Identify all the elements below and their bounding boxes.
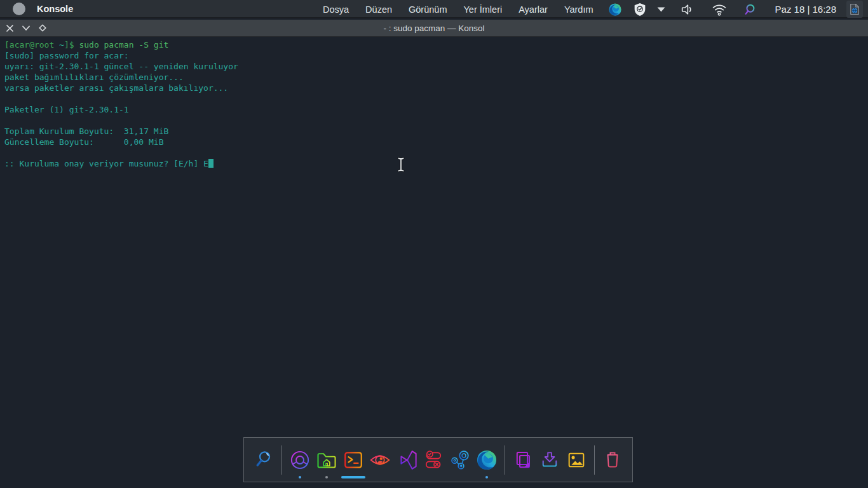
diamond-icon: [38, 24, 47, 32]
dock-eye-image-viewer[interactable]: [368, 440, 392, 480]
terminal-line: [acar@root ~]$ sudo pacman -S git: [4, 40, 168, 50]
close-icon: [6, 24, 14, 32]
focused-app: Konsole: [13, 3, 73, 15]
folder-home-icon: [315, 449, 338, 471]
shield-check-tray-icon[interactable]: [634, 0, 646, 18]
volume-icon: [680, 3, 694, 17]
volume-tray-icon[interactable]: [680, 0, 694, 18]
shade-window-button[interactable]: [21, 23, 31, 33]
running-indicator-dot: [325, 476, 328, 478]
tray-expander[interactable]: [656, 0, 666, 18]
terminal-line: varsa paketler arası çakışmalara bakılıy…: [4, 83, 228, 93]
search-magnifier-icon: [743, 3, 756, 16]
dock-panel: [243, 437, 633, 482]
dock-file-manager[interactable]: [315, 440, 339, 480]
terminal-line: Paketler (1) git-2.30.1-1: [4, 105, 129, 114]
dock-copy-pages[interactable]: [511, 440, 535, 480]
menu-item-3[interactable]: Yer İmleri: [463, 4, 502, 15]
maximize-window-button[interactable]: [37, 23, 48, 33]
menu-item-2[interactable]: Görünüm: [409, 4, 447, 15]
chevron-down-icon: [656, 6, 666, 13]
menu-item-5[interactable]: Yardım: [564, 4, 593, 15]
chevron-down-icon: [22, 25, 31, 31]
dock-steam[interactable]: [448, 440, 472, 480]
copy-pages-icon: [512, 449, 534, 471]
dock-terminal-konsole[interactable]: [341, 440, 365, 480]
corner-document-chip[interactable]: [846, 1, 863, 18]
wifi-tray-icon[interactable]: [712, 0, 727, 18]
terminal-output: [acar@root ~]$ sudo pacman -S git [sudo]…: [0, 37, 868, 169]
app-title: Konsole: [37, 4, 73, 14]
dock-visual-studio[interactable]: [395, 440, 419, 480]
dock-separator: [281, 445, 282, 475]
visual-studio-icon: [395, 449, 418, 471]
window-controls: [4, 23, 48, 33]
clock[interactable]: Paz 18 | 16:28: [775, 4, 836, 15]
menu-item-0[interactable]: Dosya: [323, 4, 349, 15]
window-titlebar: - : sudo pacman — Konsol: [0, 20, 868, 37]
menu-item-1[interactable]: Düzen: [365, 4, 392, 15]
terminal-icon: [342, 449, 365, 471]
app-icon: [13, 3, 25, 15]
close-window-button[interactable]: [4, 23, 15, 33]
terminal-cursor: [208, 159, 214, 168]
terminal-line: :: Kuruluma onay veriyor musunuz? [E/h] …: [4, 159, 214, 168]
wifi-icon: [712, 3, 727, 17]
running-indicator-dot: [299, 476, 301, 478]
dock-toggles-settings[interactable]: [421, 440, 445, 480]
global-menubar: DosyaDüzenGörünümYer İmleriAyarlarYardım: [323, 0, 593, 18]
image-icon: [566, 449, 587, 471]
shield-check-icon: [634, 3, 646, 17]
terminal-line: uyarı: git-2.30.1-1 güncel -- yeniden ku…: [4, 62, 238, 71]
edge-icon: [475, 448, 499, 472]
dock-edge-browser[interactable]: [475, 440, 499, 480]
search-icon: [252, 449, 275, 471]
search-tray-icon[interactable]: [743, 0, 756, 18]
dock-downloads[interactable]: [538, 440, 562, 480]
edge-browser-tray-icon[interactable]: [608, 0, 622, 18]
dock-chromium-browser[interactable]: [288, 440, 312, 480]
running-indicator-dot: [485, 476, 488, 478]
terminal-line: Toplam Kurulum Boyutu: 31,17 MiB: [4, 126, 168, 136]
dock-separator: [594, 445, 595, 475]
chromium-icon: [288, 449, 311, 471]
terminal-line: Güncelleme Boyutu: 0,00 MiB: [4, 137, 163, 147]
toggles-icon: [422, 449, 445, 471]
mouse-ibeam-cursor: [396, 156, 406, 173]
menu-item-4[interactable]: Ayarlar: [519, 4, 548, 15]
system-tray: Paz 18 | 16:28: [608, 0, 863, 18]
terminal-line: paket bağımlılıkları çözümleniyor...: [4, 72, 184, 82]
trash-icon: [602, 449, 623, 471]
dock-image-gallery[interactable]: [564, 440, 588, 480]
active-indicator-bar: [341, 476, 365, 478]
dock-search-launcher[interactable]: [252, 440, 276, 480]
top-panel: Konsole DosyaDüzenGörünümYer İmleriAyarl…: [0, 0, 868, 18]
edge-icon: [608, 3, 622, 17]
document-globe-icon: [850, 3, 860, 15]
dock-trash[interactable]: [600, 440, 625, 480]
terminal-view[interactable]: [acar@root ~]$ sudo pacman -S git [sudo]…: [0, 37, 868, 488]
dock-separator: [505, 445, 505, 475]
download-icon: [539, 449, 560, 471]
window-title: - : sudo pacman — Konsol: [0, 24, 868, 33]
steam-icon: [449, 449, 471, 471]
eye-icon: [369, 449, 391, 471]
terminal-line: [sudo] password for acar:: [4, 51, 129, 60]
